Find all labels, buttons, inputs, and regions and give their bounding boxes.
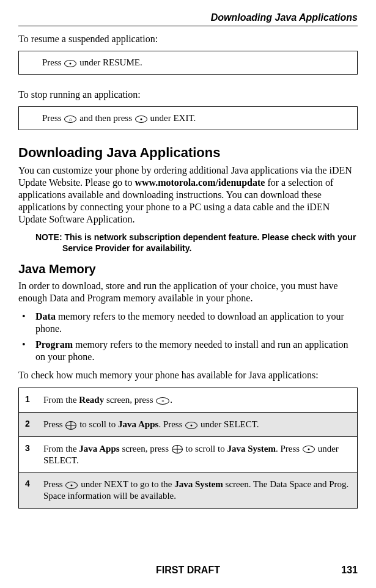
bullet-rest: memory refers to the memory needed to do… <box>35 311 344 334</box>
resume-instruction-box: Press under RESUME. <box>18 51 358 75</box>
end-key-icon: ⌂ <box>64 116 76 123</box>
section-title: Downloading Java Applications <box>211 12 358 23</box>
text-prefix: Press <box>42 113 64 123</box>
nav-key-icon <box>172 445 183 454</box>
page-number: 131 <box>341 565 358 576</box>
text-prefix: Press <box>42 57 64 67</box>
memory-bullet-list: • Data memory refers to the memory neede… <box>18 311 358 363</box>
list-item: • Data memory refers to the memory neede… <box>18 311 358 335</box>
softkey-icon <box>64 60 76 67</box>
step-text: Press under NEXT to go to the Java Syste… <box>43 472 357 508</box>
step-number: 4 <box>19 472 43 508</box>
table-row: 3 From the Java Apps screen, press to sc… <box>19 437 357 473</box>
table-row: 1 From the Ready screen, press ≡. <box>19 388 357 413</box>
nav-key-icon <box>65 421 76 430</box>
stop-instruction-box: Press ⌂ and then press under EXIT. <box>18 106 358 130</box>
step-text: From the Java Apps screen, press to scro… <box>43 437 357 472</box>
softkey-icon <box>65 482 78 489</box>
bullet-content: Data memory refers to the memory needed … <box>35 311 358 335</box>
url-text: www.motorola.com/idenupdate <box>135 177 265 188</box>
text-suffix: under RESUME. <box>77 57 142 67</box>
list-item: • Program memory refers to the memory ne… <box>18 339 358 363</box>
text-mid: and then press <box>77 113 134 123</box>
stop-intro: To stop running an application: <box>18 89 358 100</box>
footer: FIRST DRAFT 131 <box>18 565 358 576</box>
check-intro: To check how much memory your phone has … <box>18 369 358 381</box>
bullet-mark-icon: • <box>18 339 35 363</box>
downloading-body: You can customize your phone by ordering… <box>18 164 358 226</box>
table-row: 4 Press under NEXT to go to the Java Sys… <box>19 472 357 508</box>
memory-heading: Java Memory <box>18 262 358 276</box>
bullet-bold: Program <box>35 339 73 350</box>
memory-intro: In order to download, store and run the … <box>18 280 358 304</box>
stop-instruction: Press ⌂ and then press under EXIT. <box>28 113 348 123</box>
step-text: Press to scoll to Java Apps. Press under… <box>43 413 357 436</box>
draft-label: FIRST DRAFT <box>156 565 220 576</box>
step-number: 3 <box>19 437 43 472</box>
downloading-heading: Downloading Java Applications <box>18 145 358 161</box>
table-row: 2 Press to scoll to Java Apps. Press und… <box>19 413 357 437</box>
menu-key-icon: ≡ <box>156 397 169 405</box>
running-header: Downloading Java Applications <box>18 12 358 26</box>
softkey-icon <box>303 446 315 453</box>
step-table: 1 From the Ready screen, press ≡. 2 Pres… <box>18 388 358 509</box>
note-text: NOTE: This is network subscription depen… <box>27 232 358 254</box>
resume-intro: To resume a suspended application: <box>18 34 358 45</box>
bullet-bold: Data <box>35 311 56 322</box>
bullet-rest: memory refers to the memory needed to in… <box>35 339 348 362</box>
step-number: 2 <box>19 413 43 436</box>
text-suffix: under EXIT. <box>148 113 196 123</box>
softkey-icon <box>185 422 197 429</box>
step-text: From the Ready screen, press ≡. <box>43 388 357 412</box>
bullet-mark-icon: • <box>18 311 35 335</box>
resume-instruction: Press under RESUME. <box>28 57 348 68</box>
softkey-icon <box>135 116 147 123</box>
step-number: 1 <box>19 388 43 412</box>
bullet-content: Program memory refers to the memory need… <box>35 339 358 363</box>
